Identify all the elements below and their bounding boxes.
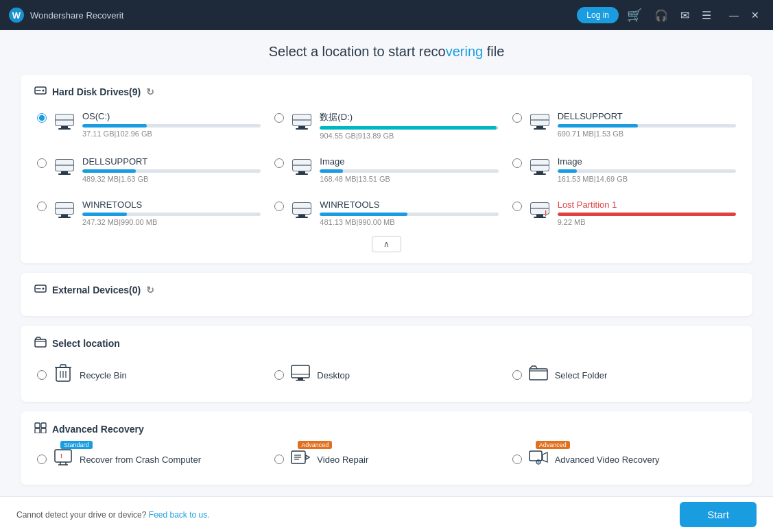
svg-rect-64	[296, 380, 305, 381]
bottom-bar: Cannot detect your drive or device? Feed…	[0, 496, 773, 532]
drive-win2-radio[interactable]	[274, 202, 284, 211]
svg-rect-8	[61, 126, 68, 128]
svg-point-52	[43, 288, 45, 290]
standard-badge: Standard	[60, 441, 93, 449]
menu-icon[interactable]: ☰	[698, 6, 715, 25]
svg-rect-54	[35, 339, 46, 347]
drive-d[interactable]: 数据(D:) 904.55 GB|913.89 GB	[272, 107, 501, 144]
drive-d-fill	[320, 126, 497, 130]
drive-img2-size: 161.53 MB|14.69 GB	[558, 175, 736, 183]
close-button[interactable]: ✕	[746, 7, 765, 23]
drive-win2-size: 481.13 MB|990.00 MB	[320, 218, 498, 226]
drive-os-c-info: OS(C:) 37.11 GB|102.96 GB	[82, 111, 261, 138]
drive-dell2-radio[interactable]	[37, 158, 47, 168]
drive-win1[interactable]: WINRETOOLS 247.32 MB|990.00 MB	[34, 195, 263, 230]
external-devices-section: External Devices(0) ↻	[21, 273, 752, 316]
video-repair-radio[interactable]	[274, 455, 284, 464]
svg-rect-57	[60, 365, 66, 367]
drive-img1-size: 168.48 MB|13.51 GB	[320, 175, 498, 183]
bottom-hint: Cannot detect your drive or device? Feed…	[16, 510, 210, 520]
drive-win2-icon	[291, 201, 313, 223]
cart-icon[interactable]: 🛒	[623, 5, 646, 25]
adv-video-recovery[interactable]: Advanced Advanced Video Recovery	[510, 445, 739, 474]
location-desktop[interactable]: Desktop	[272, 359, 501, 391]
drive-d-radio[interactable]	[274, 113, 284, 123]
drive-img1-radio[interactable]	[274, 158, 284, 168]
drive-win2-name: WINRETOOLS	[320, 200, 498, 210]
mail-icon[interactable]: ✉	[676, 6, 693, 25]
feedback-link[interactable]: Feed back to us.	[149, 510, 210, 520]
adv-video-repair[interactable]: Advanced Video Repair	[272, 445, 501, 474]
drive-dell1[interactable]: DELLSUPPORT 690.71 MB|1.53 GB	[510, 107, 739, 144]
svg-rect-38	[61, 215, 68, 217]
drive-lost1-name: Lost Partition 1	[558, 200, 736, 210]
drive-dell1-name: DELLSUPPORT	[558, 111, 736, 121]
start-button[interactable]: Start	[680, 502, 757, 527]
svg-rect-68	[35, 428, 40, 433]
drive-dell2[interactable]: DELLSUPPORT 489.32 MB|1.63 GB	[34, 152, 263, 187]
login-button[interactable]: Log in	[577, 7, 619, 23]
minimize-button[interactable]: —	[724, 7, 744, 23]
drive-win2[interactable]: WINRETOOLS 481.13 MB|990.00 MB	[272, 195, 501, 230]
drive-img1-icon	[291, 158, 313, 180]
svg-text:!: !	[545, 210, 547, 217]
drive-dell1-radio[interactable]	[512, 113, 522, 123]
drive-img1[interactable]: Image 168.48 MB|13.51 GB	[272, 152, 501, 187]
drive-lost1-info: Lost Partition 1 9.22 MB	[558, 200, 736, 226]
advanced-recovery-grid: Standard ! Recover from Crash Computer A…	[34, 445, 739, 474]
crash-radio[interactable]	[37, 455, 47, 464]
video-recovery-label: Advanced Video Recovery	[555, 455, 660, 465]
adv-crash[interactable]: Standard ! Recover from Crash Computer	[34, 445, 263, 474]
svg-rect-14	[296, 128, 308, 130]
collapse-button[interactable]: ∧	[372, 236, 401, 252]
drive-os-c-progress	[82, 124, 261, 128]
svg-rect-9	[58, 128, 71, 130]
hard-disk-section: Hard Disk Drives(9) ↻ OS(C:) 37.11 GB|10…	[21, 75, 752, 263]
adv-icon	[34, 422, 47, 435]
location-recycle-bin[interactable]: Recycle Bin	[34, 359, 263, 391]
select-location-label: Select location	[52, 338, 120, 349]
drive-os-c-fill	[82, 124, 147, 128]
folder-radio[interactable]	[512, 370, 522, 380]
drive-os-c[interactable]: OS(C:) 37.11 GB|102.96 GB	[34, 107, 263, 144]
advanced-badge-video: Advanced	[298, 441, 332, 449]
svg-rect-24	[58, 173, 71, 175]
drive-d-size: 904.55 GB|913.89 GB	[320, 132, 498, 140]
drive-win1-info: WINRETOOLS 247.32 MB|990.00 MB	[82, 200, 261, 226]
location-folder[interactable]: Select Folder	[510, 359, 739, 391]
hdd-refresh-icon[interactable]: ↻	[146, 86, 154, 97]
drive-win1-radio[interactable]	[37, 202, 47, 211]
drive-lost1-radio[interactable]	[512, 202, 522, 211]
headset-icon[interactable]: 🎧	[650, 6, 672, 25]
ext-refresh-icon[interactable]: ↻	[146, 285, 154, 295]
drive-img2-radio[interactable]	[512, 158, 522, 168]
video-recovery-icon	[529, 449, 548, 470]
recycle-bin-radio[interactable]	[37, 370, 47, 380]
drive-img2-progress	[558, 169, 736, 173]
svg-rect-33	[536, 171, 543, 173]
drive-img2[interactable]: Image 161.53 MB|14.69 GB	[510, 152, 739, 187]
drive-lost1[interactable]: ! Lost Partition 1 9.22 MB	[510, 195, 739, 230]
drive-lost1-progress	[558, 213, 736, 216]
svg-rect-19	[534, 128, 546, 130]
advanced-recovery-section: Advanced Recovery Standard ! Recover fro…	[21, 411, 752, 485]
svg-rect-39	[58, 217, 71, 218]
drive-os-c-radio[interactable]	[37, 113, 47, 123]
svg-rect-67	[41, 423, 46, 428]
desktop-radio[interactable]	[274, 370, 284, 380]
drive-lost1-icon: !	[529, 201, 551, 223]
drive-d-name: 数据(D:)	[320, 111, 498, 123]
drive-img2-info: Image 161.53 MB|14.69 GB	[558, 156, 736, 183]
drive-d-info: 数据(D:) 904.55 GB|913.89 GB	[320, 111, 498, 140]
desktop-label: Desktop	[317, 370, 350, 380]
drive-os-c-icon	[53, 112, 75, 135]
drive-dell1-size: 690.71 MB|1.53 GB	[558, 130, 736, 138]
loc-icon	[34, 337, 47, 350]
collapse-row: ∧	[34, 236, 739, 252]
drive-win1-fill	[82, 213, 127, 216]
video-recovery-radio[interactable]	[512, 455, 522, 464]
drive-dell2-info: DELLSUPPORT 489.32 MB|1.63 GB	[82, 156, 261, 183]
svg-rect-80	[530, 451, 542, 461]
advanced-recovery-label: Advanced Recovery	[52, 424, 144, 435]
titlebar-actions: Log in 🛒 🎧 ✉ ☰ — ✕	[577, 5, 765, 25]
